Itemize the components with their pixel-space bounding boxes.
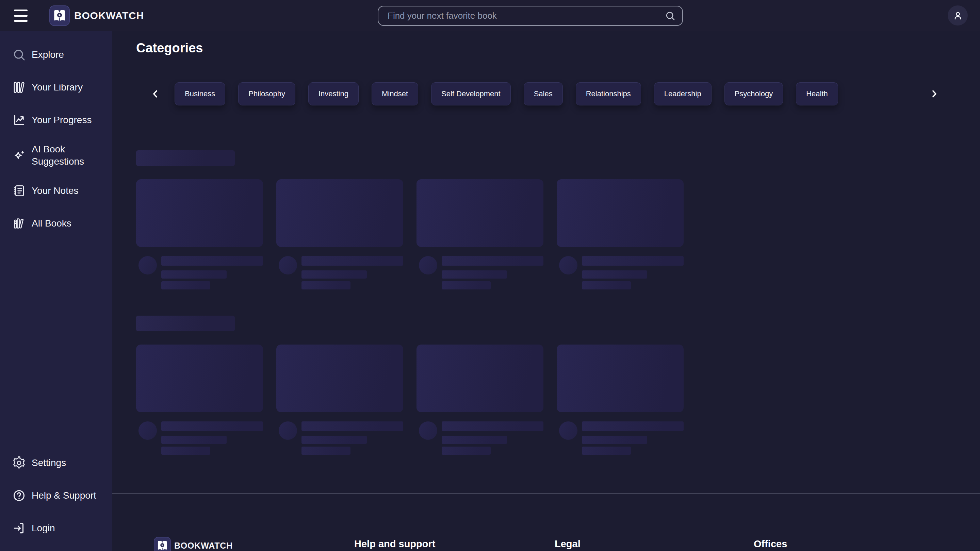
skeleton-cover xyxy=(276,179,403,247)
skeleton-avatar xyxy=(279,256,297,275)
sidebar-item-label: AI Book Suggestions xyxy=(32,143,104,168)
user-icon xyxy=(952,10,964,21)
main-content: Categories BusinessPhilosophyInvestingMi… xyxy=(112,31,980,551)
skeleton-text-lines xyxy=(442,256,543,289)
sidebar-item-label: Your Library xyxy=(32,81,83,94)
skeleton-cover xyxy=(557,345,684,412)
sidebar-item-explore[interactable]: Explore xyxy=(0,45,112,64)
search-bar xyxy=(378,6,683,26)
category-chip-self-development[interactable]: Self Development xyxy=(431,82,511,105)
footer-column-offices: Offices xyxy=(754,538,787,549)
skeleton-meta xyxy=(557,256,684,289)
category-chip-business[interactable]: Business xyxy=(175,82,225,105)
skeleton-text-lines xyxy=(161,421,263,455)
skeleton-section-title xyxy=(136,150,235,166)
user-account-button[interactable] xyxy=(948,5,968,25)
footer-columns: Help and supportLegalOffices xyxy=(354,538,787,549)
skeleton-line xyxy=(442,281,491,289)
brand-logo[interactable]: BOOKWATCH xyxy=(49,5,144,26)
menu-icon[interactable] xyxy=(13,9,29,22)
skeleton-line xyxy=(301,256,403,266)
sidebar-item-all-books[interactable]: All Books xyxy=(0,214,112,233)
carousel-right-arrow[interactable] xyxy=(927,82,941,105)
sidebar-item-label: Explore xyxy=(32,49,64,61)
skeleton-avatar xyxy=(138,421,157,440)
skeleton-book-card xyxy=(557,179,684,289)
skeleton-section xyxy=(136,316,684,455)
search-input[interactable] xyxy=(378,6,683,26)
skeleton-line xyxy=(161,270,227,279)
skeleton-cover xyxy=(136,179,263,247)
category-chip-philosophy[interactable]: Philosophy xyxy=(238,82,295,105)
skeleton-book-card xyxy=(557,345,684,455)
progress-chart-icon xyxy=(12,113,26,127)
sidebar-footer-nav: SettingsHelp & SupportLogin xyxy=(0,453,112,538)
category-chip-health[interactable]: Health xyxy=(796,82,838,105)
categories-carousel: BusinessPhilosophyInvestingMindsetSelf D… xyxy=(112,82,980,105)
skeleton-book-card xyxy=(276,179,403,289)
sidebar-item-label: Your Notes xyxy=(32,185,79,197)
skeleton-cover xyxy=(136,345,263,412)
sidebar-item-your-progress[interactable]: Your Progress xyxy=(0,111,112,130)
sidebar-item-label: Your Progress xyxy=(32,114,92,126)
skeleton-book-card xyxy=(136,179,263,289)
skeleton-avatar xyxy=(419,421,437,440)
skeleton-cover xyxy=(557,179,684,247)
skeleton-book-card xyxy=(136,345,263,455)
login-icon xyxy=(12,521,26,535)
skeleton-text-lines xyxy=(442,421,543,455)
skeleton-card-grid xyxy=(136,179,684,289)
sidebar-item-your-notes[interactable]: Your Notes xyxy=(0,181,112,200)
gear-icon xyxy=(12,456,26,470)
skeleton-line xyxy=(161,421,263,431)
skeleton-text-lines xyxy=(161,256,263,289)
sidebar-item-login[interactable]: Login xyxy=(0,519,112,538)
search-icon[interactable] xyxy=(665,11,675,21)
skeleton-book-card xyxy=(276,345,403,455)
skeleton-avatar xyxy=(138,256,157,275)
category-chip-sales[interactable]: Sales xyxy=(524,82,563,105)
skeleton-line xyxy=(582,281,631,289)
skeleton-meta xyxy=(417,256,543,289)
sidebar: ExploreYour LibraryYour ProgressAI Book … xyxy=(0,31,112,551)
category-chip-relationships[interactable]: Relationships xyxy=(576,82,641,105)
skeleton-meta xyxy=(276,256,403,289)
books-icon xyxy=(12,217,26,230)
skeleton-cover xyxy=(276,345,403,412)
skeleton-line xyxy=(582,270,647,279)
category-chip-mindset[interactable]: Mindset xyxy=(372,82,418,105)
skeleton-meta xyxy=(276,421,403,455)
sparkles-icon xyxy=(12,149,26,162)
category-chip-leadership[interactable]: Leadership xyxy=(654,82,711,105)
skeleton-line xyxy=(161,446,210,455)
skeleton-meta xyxy=(136,421,263,455)
sidebar-item-help-support[interactable]: Help & Support xyxy=(0,486,112,505)
help-circle-icon xyxy=(12,489,26,502)
skeleton-line xyxy=(582,446,631,455)
skeleton-section xyxy=(136,150,684,289)
footer-brand-name: BOOKWATCH xyxy=(174,541,233,551)
skeleton-cover xyxy=(417,179,543,247)
skeleton-avatar xyxy=(559,421,578,440)
category-chip-psychology[interactable]: Psychology xyxy=(724,82,783,105)
skeleton-meta xyxy=(557,421,684,455)
sidebar-item-ai-book-suggestions[interactable]: AI Book Suggestions xyxy=(0,143,112,168)
sidebar-main-nav: ExploreYour LibraryYour ProgressAI Book … xyxy=(0,45,112,233)
sidebar-item-settings[interactable]: Settings xyxy=(0,453,112,472)
footer-brand-logo[interactable]: BOOKWATCH xyxy=(154,537,233,551)
skeleton-line xyxy=(582,421,684,431)
skeleton-line xyxy=(161,281,210,289)
skeleton-line xyxy=(161,436,227,444)
skeleton-avatar xyxy=(279,421,297,440)
skeleton-line xyxy=(301,436,367,444)
skeleton-line xyxy=(442,421,543,431)
sidebar-item-your-library[interactable]: Your Library xyxy=(0,78,112,97)
skeleton-line xyxy=(301,446,350,455)
category-chip-investing[interactable]: Investing xyxy=(308,82,359,105)
footer-column-help-and-support: Help and support xyxy=(354,538,555,549)
search-icon xyxy=(12,48,26,62)
carousel-left-arrow[interactable] xyxy=(149,82,162,105)
skeleton-line xyxy=(442,446,491,455)
bookwatch-logo-icon xyxy=(49,5,70,26)
sidebar-item-label: Settings xyxy=(32,457,66,469)
